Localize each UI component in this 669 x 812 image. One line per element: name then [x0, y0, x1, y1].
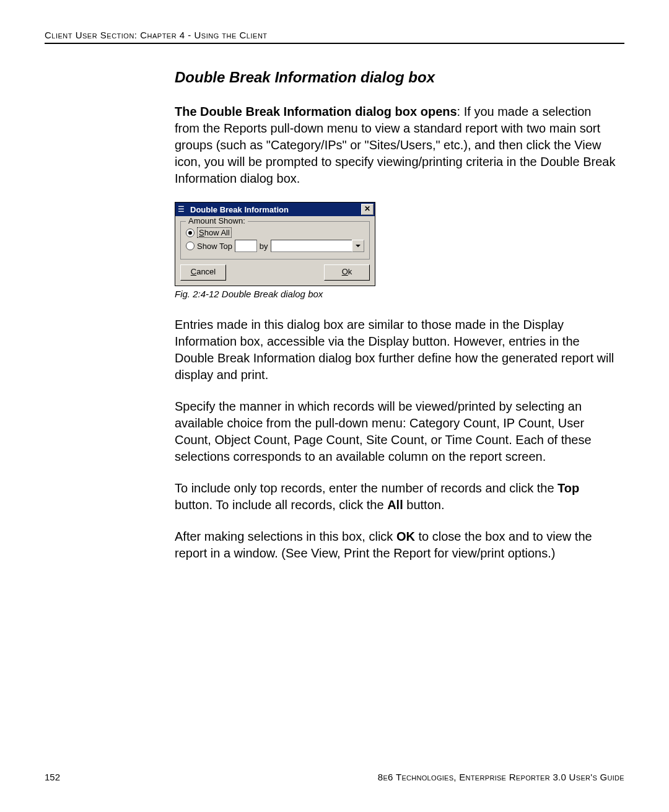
- page-footer: 152 8e6 Technologies, Enterprise Reporte…: [45, 772, 624, 782]
- show-all-radio[interactable]: [186, 229, 195, 237]
- dialog-title: Double Break Information: [190, 205, 361, 214]
- show-all-label: Show All: [197, 227, 232, 238]
- page-number: 152: [45, 772, 60, 782]
- paragraph-2: Entries made in this dialog box are simi…: [175, 317, 618, 383]
- paragraph-5: After making selections in this box, cli…: [175, 528, 618, 562]
- paragraph-4: To include only top records, enter the n…: [175, 480, 618, 513]
- close-icon: ✕: [364, 204, 370, 213]
- dialog-button-bar: Cancel Ok: [175, 264, 375, 286]
- footer-right: 8e6 Technologies, Enterprise Reporter 3.…: [378, 772, 624, 782]
- by-label: by: [260, 242, 268, 251]
- section-title: Double Break Information dialog box: [175, 69, 618, 86]
- paragraph-3: Specify the manner in which records will…: [175, 398, 618, 465]
- amount-shown-group: Amount Shown: Show All Show Top by: [180, 221, 370, 260]
- top-count-input[interactable]: [235, 240, 257, 252]
- by-dropdown-button[interactable]: [352, 240, 364, 252]
- close-button[interactable]: ✕: [361, 204, 374, 215]
- cancel-button[interactable]: Cancel: [180, 264, 226, 281]
- svg-marker-0: [356, 245, 361, 247]
- ok-button[interactable]: Ok: [324, 264, 370, 281]
- intro-paragraph: The Double Break Information dialog box …: [175, 103, 618, 187]
- running-head: Client User Section: Chapter 4 - Using t…: [45, 30, 624, 44]
- dialog-titlebar: ☰ Double Break Information ✕: [175, 203, 375, 216]
- by-dropdown[interactable]: [271, 240, 364, 252]
- show-top-row: Show Top by: [186, 240, 364, 252]
- group-legend: Amount Shown:: [186, 216, 248, 225]
- chevron-down-icon: [356, 243, 361, 248]
- show-top-radio[interactable]: [186, 242, 195, 250]
- main-content: Double Break Information dialog box The …: [175, 69, 618, 562]
- show-all-row: Show All: [186, 227, 364, 238]
- form-icon: ☰: [178, 204, 188, 214]
- figure-caption: Fig. 2:4-12 Double Break dialog box: [175, 289, 618, 299]
- intro-bold: The Double Break Information dialog box …: [175, 105, 457, 118]
- double-break-dialog: ☰ Double Break Information ✕ Amount Show…: [175, 202, 375, 286]
- by-dropdown-field: [271, 240, 352, 252]
- show-top-label: Show Top: [197, 242, 232, 251]
